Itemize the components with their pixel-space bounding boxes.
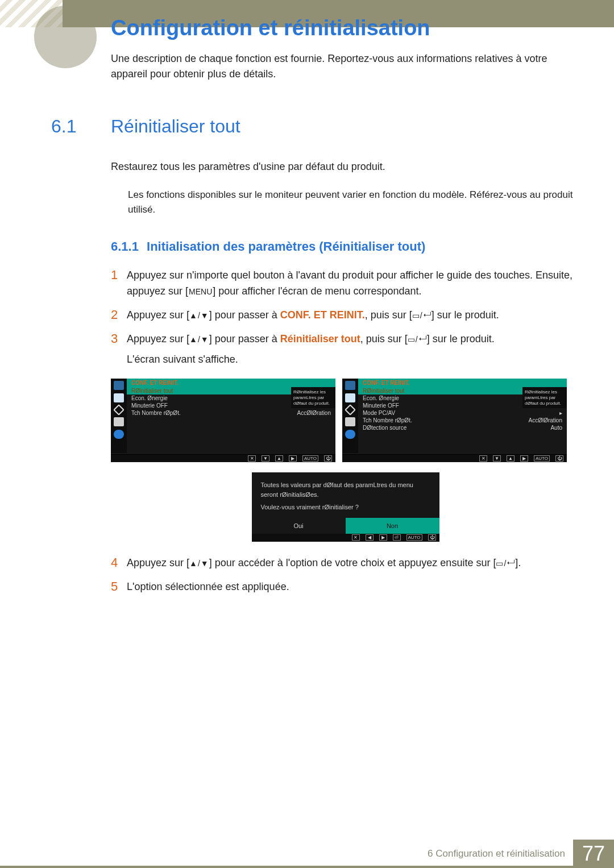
osd-close-icon[interactable]: ✕ [248,455,256,462]
osd-auto-button[interactable]: AUTO [302,455,318,462]
up-down-icon: / [189,559,209,568]
step-5-text: L'option sélectionnée est appliquée. [127,579,289,595]
osd-right-icon[interactable]: ▶ [520,455,528,462]
step-1-text-c: ] pour afficher l'écran de menu correspo… [213,285,421,297]
osd-return-icon[interactable]: ⏎ [393,534,401,541]
osd-nav-footer: ✕ ▼ ▲ ▶ AUTO ⏻ [111,454,335,462]
osd-tip: RØinitialisez les paramLtres par dØfaut … [522,387,567,408]
osd-menu-right: CONF. ET REINIT. RØinitialiser tout Econ… [342,379,567,462]
osd-power-icon[interactable]: ⏻ [324,455,332,462]
step-2-text-a: Appuyez sur [ [127,309,189,321]
osd-auto-button[interactable]: AUTO [534,455,550,462]
page-title: Configuration et réinitialisation [111,16,430,40]
osd-item-repeat[interactable]: Tch Nombre rØpØt.AccØlØration [127,409,335,417]
osd-left-icon[interactable]: ◀ [366,534,374,541]
gear-icon [345,417,355,426]
section-note: Les fonctions disponibles sur le moniteu… [128,188,580,217]
up-down-icon: / [189,311,209,320]
step-5: 5 L'option sélectionnée est appliquée. [111,579,580,595]
footer-page-number: 77 [573,840,614,868]
osd-down-icon[interactable]: ▼ [262,455,269,462]
osd-item-pcav[interactable]: Mode PC/AV▸ [358,409,567,417]
step-3-text-e: ] sur le produit. [427,333,495,344]
section-title: 6.1 Réinitialiser tout [111,116,580,137]
chapter-badge-circle [34,6,97,68]
osd-header: CONF. ET REINIT. [358,379,567,387]
osd-tip: RØinitialisez les paramLtres par dØfaut … [291,387,335,408]
step-number: 5 [111,579,127,595]
arrows-icon [113,405,125,416]
osd-close-icon[interactable]: ✕ [352,534,360,541]
gear-icon [114,417,124,426]
step-number: 1 [111,268,127,300]
picture-icon [345,393,355,402]
display-icon [345,381,355,390]
osd-down-icon[interactable]: ▼ [493,455,501,462]
osd-header: CONF. ET REINIT. [127,379,335,387]
confirm-message-1: Toutes les valeurs par dØfaut des paramL… [261,480,430,499]
subsection-heading: 6.1.1 Initialisation des paramètres (Réi… [111,239,580,254]
osd-up-icon[interactable]: ▲ [507,455,515,462]
step-2-text-b: ] pour passer à [209,309,280,321]
rect-return-icon: / [408,335,427,344]
osd-screenshot-row: CONF. ET REINIT. RØinitialiser tout Econ… [111,379,580,462]
step-2-text-e: ] sur le produit. [432,309,499,321]
osd-menu-left: CONF. ET REINIT. RØinitialiser tout Econ… [111,379,335,462]
rect-return-icon: / [412,311,432,320]
step-3-term: Réinitialiser tout [280,333,360,344]
info-icon [345,430,355,439]
confirm-message-2: Voulez-vous vraiment rØinitialiser ? [261,502,430,512]
step-4-text-c: ]. [515,557,521,568]
step-1: 1 Appuyez sur n'importe quel bouton à l'… [111,268,580,300]
section-paragraph: Restaurez tous les paramètres d'usine pa… [111,161,580,173]
osd-item-repeat[interactable]: Tch Nombre rØpØt.AccØlØration [358,417,567,424]
step-3: 3 Appuyez sur [/] pour passer à Réinitia… [111,331,580,368]
step-2-text-d: , puis sur [ [365,309,412,321]
osd-up-icon[interactable]: ▲ [275,455,283,462]
osd-auto-button[interactable]: AUTO [406,534,422,541]
step-4-text-b: ] pour accéder à l'option de votre choix… [209,557,496,568]
osd-right-icon[interactable]: ▶ [289,455,297,462]
bottom-stripe [0,866,614,868]
up-down-icon: / [189,335,209,344]
info-icon [114,430,124,439]
step-number: 2 [111,308,127,323]
osd-item-source[interactable]: DØtection sourceAuto [358,424,567,431]
display-icon [114,381,124,390]
osd-confirm-dialog: Toutes les valeurs par dØfaut des paramL… [252,472,439,542]
step-3-text-d: , puis sur [ [360,333,408,344]
page-footer: 6 Configuration et réinitialisation 77 [0,840,614,868]
arrows-icon [345,405,356,416]
intro-text: Une description de chaque fonction est f… [111,51,580,82]
step-number: 4 [111,555,127,571]
section-number: 6.1 [51,116,76,137]
osd-side-icons [342,379,358,453]
menu-key-label: MENU [188,285,213,299]
subsection-number: 6.1.1 [111,239,139,254]
osd-right-icon[interactable]: ▶ [379,534,387,541]
confirm-yes-button[interactable]: Oui [252,518,346,534]
step-3-text-a: Appuyez sur [ [127,333,189,344]
rect-return-icon: / [496,559,515,568]
osd-side-icons [111,379,127,453]
section-title-text: Réinitialiser tout [111,116,240,136]
confirm-no-button[interactable]: Non [346,518,439,534]
step-4-text-a: Appuyez sur [ [127,557,189,568]
step-3-text-b: ] pour passer à [209,333,280,344]
step-2-term: CONF. ET REINIT. [280,309,365,321]
osd-nav-footer: ✕ ▼ ▲ ▶ AUTO ⏻ [342,454,567,462]
step-3-note: L'écran suivant s'affiche. [127,352,495,368]
osd-nav-footer: ✕ ◀ ▶ ⏎ AUTO ⏻ [252,534,439,542]
subsection-title: Initialisation des paramètres (Réinitial… [147,239,425,254]
footer-chapter: 6 Configuration et réinitialisation [428,848,565,859]
osd-power-icon[interactable]: ⏻ [555,455,563,462]
osd-power-icon[interactable]: ⏻ [428,534,436,541]
step-number: 3 [111,331,127,368]
osd-close-icon[interactable]: ✕ [479,455,487,462]
step-2: 2 Appuyez sur [/] pour passer à CONF. ET… [111,308,580,323]
picture-icon [114,393,124,402]
step-4: 4 Appuyez sur [/] pour accéder à l'optio… [111,555,580,571]
